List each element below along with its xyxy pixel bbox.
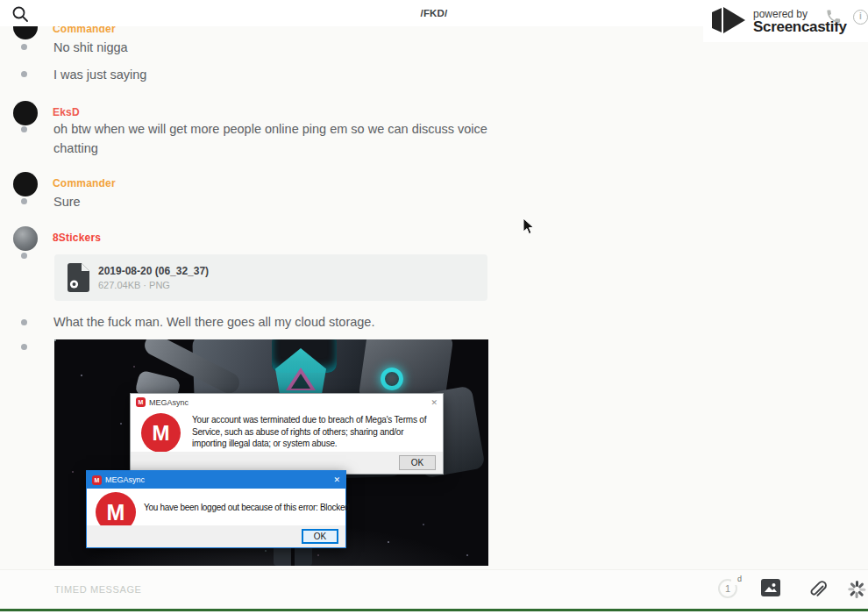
megasync-app-icon: M bbox=[92, 475, 102, 485]
ok-button: OK bbox=[399, 455, 436, 470]
author-name[interactable]: EksD bbox=[53, 106, 80, 118]
dialog-message: You have been logged out because of this… bbox=[144, 503, 349, 512]
dialog-title: MEGAsync bbox=[105, 475, 145, 484]
attachment-filename: 2019-08-20 (06_32_37) bbox=[98, 265, 209, 277]
megasync-dialog-loggedout: M MEGAsync ✕ M You have been logged out … bbox=[86, 470, 346, 548]
close-icon: ✕ bbox=[333, 475, 340, 484]
message-text: oh btw when we will get more people onli… bbox=[53, 119, 490, 158]
mouse-cursor bbox=[523, 218, 536, 239]
message-text: I was just saying bbox=[53, 65, 146, 84]
screencastify-logo-icon bbox=[710, 5, 747, 39]
message-bullet bbox=[21, 198, 27, 204]
avatar[interactable] bbox=[13, 226, 38, 251]
ok-button: OK bbox=[302, 529, 338, 544]
attached-screenshot-image[interactable]: M MEGAsync ✕ M Your account was terminat… bbox=[54, 339, 488, 566]
message-bullet bbox=[21, 71, 27, 77]
message-composer: 1 d bbox=[0, 569, 868, 609]
message-text: No shit nigga bbox=[53, 38, 128, 57]
megasync-app-icon: M bbox=[136, 397, 146, 407]
message-input[interactable] bbox=[54, 577, 545, 602]
dialog-message: Your account was terminated due to breac… bbox=[192, 414, 436, 450]
screencastify-watermark: powered by Screencastify bbox=[703, 2, 868, 42]
info-icon[interactable]: i bbox=[853, 10, 868, 25]
loading-spinner-icon[interactable] bbox=[846, 579, 867, 600]
attachment-meta: 627.04KB · PNG bbox=[98, 280, 170, 290]
message-bullet bbox=[21, 126, 27, 132]
file-attachment[interactable]: 2019-08-20 (06_32_37) 627.04KB · PNG bbox=[54, 254, 487, 301]
close-icon: ✕ bbox=[430, 398, 438, 407]
timer-unit: d bbox=[737, 575, 742, 583]
message-bullet bbox=[21, 344, 27, 350]
dialog-title: MEGAsync bbox=[149, 398, 189, 407]
chat-window: /FKD/ i powered by Screencastify Command… bbox=[0, 0, 868, 614]
avatar[interactable] bbox=[13, 172, 38, 196]
starfield bbox=[54, 339, 56, 341]
message-bullet bbox=[21, 44, 27, 50]
image-upload-icon[interactable] bbox=[761, 579, 780, 600]
message-bullet bbox=[21, 253, 27, 259]
message-text: Sure bbox=[53, 192, 81, 211]
author-name[interactable]: 8Stickers bbox=[53, 232, 101, 244]
image-file-icon bbox=[67, 263, 89, 296]
attach-file-icon[interactable] bbox=[807, 579, 828, 603]
call-icon[interactable] bbox=[825, 8, 842, 28]
megasync-dialog-terminated: M MEGAsync ✕ M Your account was terminat… bbox=[130, 393, 444, 475]
message-text: What the fuck man. Well there goes all m… bbox=[53, 312, 374, 332]
timed-message-icon[interactable]: 1 d bbox=[718, 578, 739, 599]
message-bullet bbox=[21, 319, 27, 325]
avatar[interactable] bbox=[13, 101, 38, 125]
author-name[interactable]: Commander bbox=[53, 177, 116, 189]
mega-logo: M bbox=[141, 413, 181, 453]
